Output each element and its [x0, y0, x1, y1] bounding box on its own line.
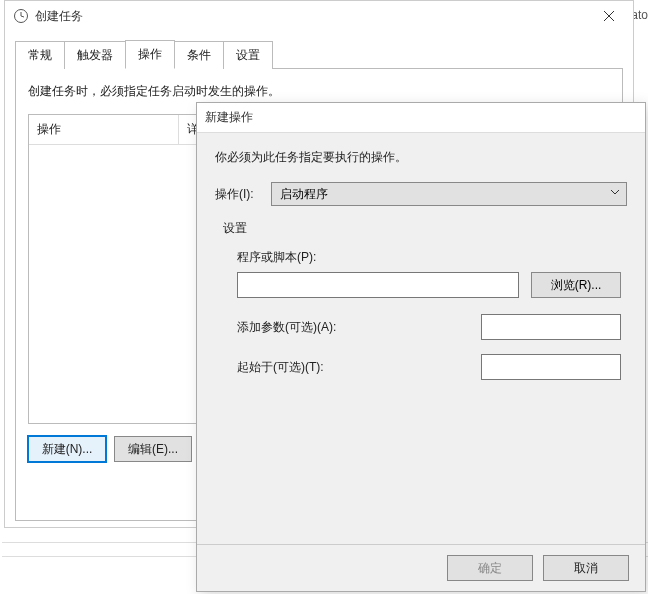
- create-task-titlebar: 创建任务: [5, 1, 633, 31]
- actions-hint: 创建任务时，必须指定任务启动时发生的操作。: [28, 83, 610, 100]
- chevron-down-icon: [610, 187, 620, 197]
- startin-input[interactable]: [481, 354, 621, 380]
- svg-line-2: [21, 16, 24, 17]
- startin-row: 起始于(可选)(T):: [237, 354, 621, 380]
- new-action-dialog: 新建操作 你必须为此任务指定要执行的操作。 操作(I): 启动程序 设置 程序或…: [196, 102, 646, 592]
- edit-action-button[interactable]: 编辑(E)...: [114, 436, 192, 462]
- program-label: 程序或脚本(P):: [237, 249, 621, 266]
- arguments-label: 添加参数(可选)(A):: [237, 319, 481, 336]
- new-action-hint: 你必须为此任务指定要执行的操作。: [215, 149, 627, 166]
- dialog-footer: 确定 取消: [197, 544, 645, 591]
- tab-strip: 常规 触发器 操作 条件 设置: [5, 31, 633, 68]
- tab-general[interactable]: 常规: [15, 41, 65, 69]
- arguments-input[interactable]: [481, 314, 621, 340]
- startin-label: 起始于(可选)(T):: [237, 359, 481, 376]
- action-type-row: 操作(I): 启动程序: [215, 182, 627, 206]
- action-type-value: 启动程序: [280, 186, 328, 203]
- col-action[interactable]: 操作: [29, 115, 179, 144]
- new-action-title: 新建操作: [205, 109, 641, 126]
- tab-settings[interactable]: 设置: [223, 41, 273, 69]
- settings-group-label: 设置: [223, 220, 627, 237]
- create-task-title: 创建任务: [35, 8, 589, 25]
- action-type-label: 操作(I):: [215, 186, 271, 203]
- tab-actions[interactable]: 操作: [125, 40, 175, 69]
- new-action-titlebar: 新建操作: [197, 103, 645, 133]
- program-row: 浏览(R)...: [237, 272, 621, 298]
- tab-triggers[interactable]: 触发器: [64, 41, 126, 69]
- arguments-row: 添加参数(可选)(A):: [237, 314, 621, 340]
- settings-group: 程序或脚本(P): 浏览(R)... 添加参数(可选)(A): 起始于(可选)(…: [215, 249, 627, 380]
- new-action-body: 你必须为此任务指定要执行的操作。 操作(I): 启动程序 设置 程序或脚本(P)…: [197, 133, 645, 544]
- close-button[interactable]: [589, 2, 629, 30]
- new-action-button[interactable]: 新建(N)...: [28, 436, 106, 462]
- tab-conditions[interactable]: 条件: [174, 41, 224, 69]
- cancel-button[interactable]: 取消: [543, 555, 629, 581]
- ok-button[interactable]: 确定: [447, 555, 533, 581]
- browse-button[interactable]: 浏览(R)...: [531, 272, 621, 298]
- program-input[interactable]: [237, 272, 519, 298]
- clock-icon: [13, 8, 29, 24]
- action-type-select[interactable]: 启动程序: [271, 182, 627, 206]
- close-icon: [604, 11, 614, 21]
